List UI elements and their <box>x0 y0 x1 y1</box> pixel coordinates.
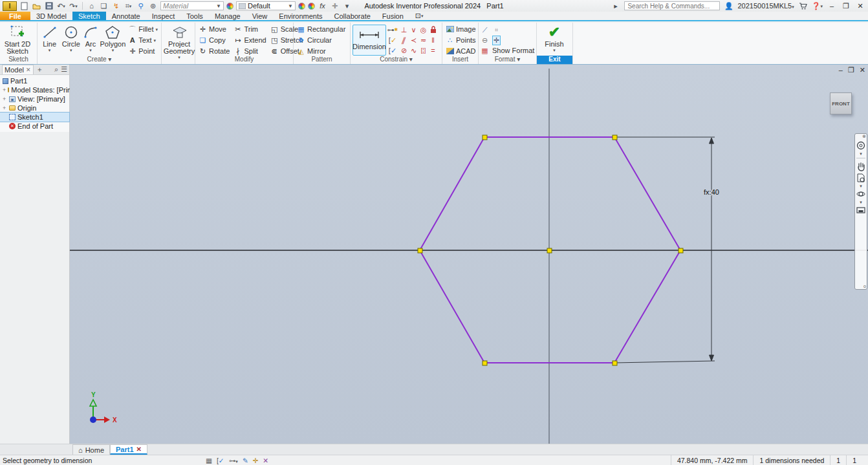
adjust-clear-icon[interactable] <box>308 3 315 10</box>
material-combo[interactable]: Material ▼ <box>160 1 224 10</box>
point-button[interactable]: ✚ Point <box>127 46 159 56</box>
snap-grid-icon[interactable]: ▦ <box>206 457 212 464</box>
start-2d-sketch-button[interactable]: Start 2D Sketch <box>2 24 33 55</box>
show-all-constraints-icon[interactable]: ✛ <box>252 457 258 464</box>
tab-sketch[interactable]: Sketch <box>72 12 106 20</box>
expand-icon[interactable]: + <box>3 105 7 111</box>
close-button[interactable]: ✕ <box>855 2 865 10</box>
points-button[interactable]: ∴ Points <box>444 35 477 45</box>
tree-item-origin[interactable]: + Origin <box>0 103 69 113</box>
dimension-display-icon[interactable]: ⊶▾ <box>229 457 238 464</box>
slice-graphics-icon[interactable]: ✎ <box>243 457 248 464</box>
concentric-constraint-icon[interactable]: ◎ <box>418 25 428 35</box>
measure-icon[interactable]: ⌗▾ <box>124 1 133 11</box>
symmetric-constraint-icon[interactable]: [¦] <box>418 45 428 56</box>
tab-environments[interactable]: Environments <box>273 12 328 20</box>
tree-item-end-of-part[interactable]: ✕ End of Part <box>0 122 69 131</box>
browser-tab-model[interactable]: Model ✕ <box>2 65 34 74</box>
text-button[interactable]: A Text▾ <box>127 35 159 45</box>
tab-tools[interactable]: Tools <box>180 12 209 20</box>
centerline-icon[interactable]: ⊖ <box>481 36 489 45</box>
local-update-icon[interactable]: ↯ <box>111 1 121 11</box>
home-view-icon[interactable]: ⌂ <box>87 1 96 11</box>
equal-constraint-icon[interactable]: = <box>428 45 438 56</box>
tab-file[interactable]: File <box>0 12 30 20</box>
graphics-canvas[interactable]: fx:40 Y X – ❐ ✕ FRONT ⊗ ▾ <box>70 65 868 444</box>
center-point-icon[interactable]: ✛ <box>492 36 501 45</box>
finish-sketch-button[interactable]: ✔ Finish ▾ <box>539 24 570 52</box>
tree-item-model-states[interactable]: + Model States: [Primary] <box>0 85 69 94</box>
add-qat-icon[interactable]: ✚ <box>330 1 340 11</box>
doc-tab-close-icon[interactable]: ✕ <box>136 446 142 453</box>
panel-label-format[interactable]: Format ▾ <box>479 56 536 64</box>
navbar-close-icon[interactable]: ⊗ <box>862 134 866 139</box>
smooth-constraint-icon[interactable]: ∿ <box>409 45 418 56</box>
tab-fusion[interactable]: Fusion <box>376 12 409 20</box>
project-geometry-button[interactable]: Project Geometry▾ <box>164 24 195 59</box>
circular-pattern-button[interactable]: ❖Circular <box>296 35 347 45</box>
vertical-constraint-icon[interactable]: ‖ <box>428 35 438 45</box>
show-format-button[interactable]: Show Format <box>492 47 534 54</box>
tangent-constraint-icon[interactable]: ⊘ <box>399 45 409 56</box>
appearance-combo[interactable]: Default ▼ <box>236 1 296 10</box>
construction-icon[interactable]: ⟋ <box>481 26 489 34</box>
polygon-button[interactable]: Polygon▾ <box>100 24 126 52</box>
iproperties-icon[interactable]: ⚲ <box>136 1 146 11</box>
move-button[interactable]: ✛Move <box>197 24 231 34</box>
tree-item-part1[interactable]: Part1 <box>0 76 69 85</box>
doc-minimize-button[interactable]: – <box>839 66 843 74</box>
extend-button[interactable]: ↦Extend <box>232 35 267 45</box>
navbar-more-icon[interactable]: o <box>863 284 866 289</box>
dimension-value-label[interactable]: fx:40 <box>704 188 719 196</box>
rotate-button[interactable]: ↻Rotate <box>197 46 231 56</box>
doc-restore-button[interactable]: ❐ <box>848 66 854 74</box>
split-button[interactable]: ∤Split <box>232 46 267 56</box>
perpendicular-constraint-icon[interactable]: ⊥ <box>399 25 409 35</box>
render-icon[interactable]: ⊛ <box>148 1 158 11</box>
look-at-icon[interactable] <box>856 205 866 215</box>
orbit-icon[interactable] <box>856 189 866 199</box>
collinear-constraint-icon[interactable]: ≺ <box>409 35 418 45</box>
customize-qat-icon[interactable]: ▾ <box>342 1 352 11</box>
orbit-caret-icon[interactable]: ▾ <box>860 200 862 204</box>
auto-dimension-icon[interactable]: ⊶✱ <box>387 25 398 35</box>
new-file-icon[interactable] <box>19 1 29 11</box>
parameters-fx-icon[interactable]: fx <box>318 1 327 11</box>
line-button[interactable]: Line▾ <box>39 24 60 52</box>
browser-add-tab-icon[interactable]: ＋ <box>36 65 43 74</box>
tab-annotate[interactable]: Annotate <box>106 12 146 20</box>
format-box-icon[interactable]: ⌗ <box>492 27 501 34</box>
lock-constraint-icon[interactable] <box>428 25 438 35</box>
rectangular-pattern-button[interactable]: ▦Rectangular <box>296 24 347 34</box>
search-input[interactable] <box>624 1 720 10</box>
help-icon[interactable]: ❓▾ <box>812 1 823 11</box>
cart-icon[interactable] <box>798 1 808 11</box>
browser-search-icon[interactable]: ⌕ <box>54 65 58 74</box>
fillet-button[interactable]: ⌒ Fillet▾ <box>127 24 159 34</box>
expand-icon[interactable]: + <box>3 87 6 93</box>
pan-icon[interactable] <box>856 161 866 171</box>
inventor-logo[interactable]: I <box>3 1 17 11</box>
browser-menu-icon[interactable]: ☰ <box>61 65 67 74</box>
search-expand-icon[interactable]: ▸ <box>611 1 620 11</box>
panel-label-create[interactable]: Create ▾ <box>38 56 161 64</box>
undo-icon[interactable]: ↶▾ <box>56 1 66 11</box>
restore-button[interactable]: ❐ <box>841 2 851 10</box>
dimension-button[interactable]: Dimension <box>353 25 386 56</box>
degrees-of-freedom-icon[interactable]: ✕ <box>263 457 268 464</box>
acad-button[interactable]: ACAD <box>444 46 477 56</box>
tree-item-view-primary[interactable]: + ▣ View: [Primary] <box>0 94 69 103</box>
zoom-all-icon[interactable] <box>856 140 866 151</box>
open-icon[interactable] <box>32 1 41 11</box>
tree-item-sketch1[interactable]: Sketch1 <box>0 113 69 122</box>
show-constraints-icon[interactable]: [✓ <box>387 35 398 45</box>
expand-icon[interactable]: + <box>3 96 7 102</box>
doc-tab-part1[interactable]: Part1 ✕ <box>110 444 147 455</box>
trim-button[interactable]: ✂Trim <box>232 24 267 34</box>
coincident-constraint-icon[interactable]: ∨ <box>409 25 418 35</box>
minimize-button[interactable]: – <box>827 2 837 10</box>
panel-label-constrain[interactable]: Constrain ▾ <box>351 56 442 64</box>
copy-button[interactable]: ❏Copy <box>197 35 231 45</box>
appearance-wheel-icon[interactable] <box>226 3 233 10</box>
tab-view[interactable]: View <box>246 12 274 20</box>
